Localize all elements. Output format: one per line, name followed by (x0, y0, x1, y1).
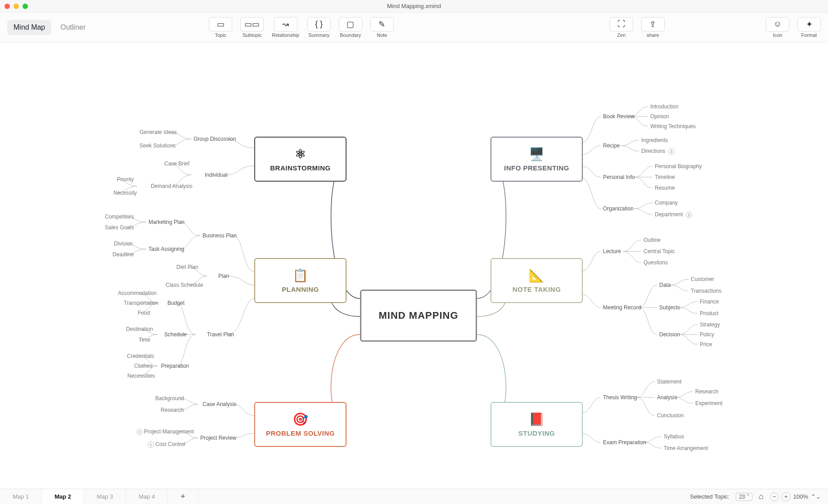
node-directions[interactable]: Directions 3 (641, 148, 676, 155)
node-introduction[interactable]: Introduction (650, 103, 679, 110)
zoom-in-button[interactable]: + (782, 492, 791, 501)
tab-mind-map[interactable]: Mind Map (7, 20, 51, 35)
node-generate-ideas[interactable]: Generate Ideas (140, 129, 177, 135)
node-opinion[interactable]: Opinion (650, 113, 669, 120)
node-finance[interactable]: Finance (700, 299, 719, 305)
node-accommodation[interactable]: Accommodation (118, 290, 157, 296)
node-travel-plan[interactable]: Travel Plan (207, 331, 234, 338)
sheet-tab-map1[interactable]: Map 1 (0, 489, 42, 504)
node-meeting-record[interactable]: Meeting Record (603, 304, 641, 311)
node-class-schedule[interactable]: Class Schedule (166, 282, 203, 288)
node-statement[interactable]: Statement (657, 379, 682, 385)
note-button[interactable]: ✎ (370, 17, 394, 31)
node-division[interactable]: Division (114, 241, 133, 247)
node-research-2[interactable]: Research (695, 388, 718, 395)
node-cost-control[interactable]: 1Cost Control (146, 441, 185, 448)
node-customer[interactable]: Customer (691, 276, 714, 282)
zoom-level[interactable]: 100% (793, 493, 808, 500)
node-price[interactable]: Price (700, 341, 712, 348)
boundary-button[interactable]: ▢ (339, 17, 362, 31)
branch-brainstorming[interactable]: ⚛ BRAINSTORMING (254, 137, 346, 182)
node-ingredients[interactable]: Ingredients (641, 137, 668, 143)
node-group-discussion[interactable]: Group Discussion (194, 136, 236, 142)
node-destination[interactable]: Destination (126, 326, 153, 332)
node-case-brief[interactable]: Case Brief (164, 161, 189, 167)
node-diet-plan[interactable]: Diet Plan (176, 264, 198, 270)
node-demand-analysis[interactable]: Demand Analysis (151, 183, 193, 189)
zen-button[interactable]: ⛶ (610, 17, 633, 31)
node-necessity[interactable]: Necessity (113, 190, 137, 196)
node-clothes[interactable]: Clothes (134, 363, 153, 369)
sheet-tab-map4[interactable]: Map 4 (126, 489, 168, 504)
node-strategy[interactable]: Strategy (700, 321, 720, 328)
node-company[interactable]: Company (655, 200, 678, 206)
node-timeline[interactable]: Timeline (655, 174, 675, 180)
mindmap-canvas[interactable]: MIND MAPPING ⚛ BRAINSTORMING 📋 PLANNING … (0, 42, 828, 489)
node-project-review[interactable]: Project Review (200, 435, 236, 441)
node-organization[interactable]: Organization (603, 205, 634, 212)
node-individual[interactable]: Individual (205, 172, 228, 178)
node-book-review[interactable]: Book Review (603, 113, 634, 120)
node-outline[interactable]: Outline (644, 237, 661, 243)
node-decision[interactable]: Decision (659, 331, 680, 338)
branch-planning[interactable]: 📋 PLANNING (254, 258, 346, 303)
node-budget[interactable]: Budget (167, 300, 184, 306)
node-conclusion[interactable]: Conclusion (657, 412, 684, 419)
share-button[interactable]: ⇪ (641, 17, 665, 31)
zoom-stepper-icon[interactable]: ⌃⌄ (811, 493, 821, 500)
sheet-tab-map2[interactable]: Map 2 (42, 489, 84, 504)
node-transactions[interactable]: Transactions (691, 288, 721, 294)
node-lecture[interactable]: Lecture (603, 248, 621, 254)
node-exam-preparation[interactable]: Exam Preparation (603, 439, 646, 446)
node-questions[interactable]: Questions (644, 259, 668, 266)
node-experiment[interactable]: Experiment (695, 400, 723, 406)
node-time[interactable]: Time (139, 337, 150, 343)
branch-studying[interactable]: 📕 STUDYING (490, 402, 583, 447)
node-food[interactable]: Food (138, 310, 150, 316)
maximize-window-button[interactable] (22, 4, 28, 9)
node-project-management[interactable]: 3Project Management (135, 428, 194, 435)
node-central-topic[interactable]: Central Topic (644, 248, 675, 254)
node-sales-goals[interactable]: Sales Goals (105, 224, 134, 231)
node-case-analysis[interactable]: Case Analysis (202, 401, 236, 407)
node-task-assigning[interactable]: Task Assigning (148, 246, 184, 252)
node-credentials[interactable]: Credentials (127, 353, 154, 359)
node-data[interactable]: Data (659, 282, 670, 288)
subtopic-button[interactable]: ▭▭ (240, 17, 264, 31)
node-subjects[interactable]: Subjects (659, 304, 680, 311)
relationship-button[interactable]: ↝ (274, 17, 297, 31)
branch-info-presenting[interactable]: 🖥️ INFO PRESENTING (490, 137, 583, 182)
node-schedule[interactable]: Schedule (164, 331, 187, 338)
add-sheet-button[interactable]: + (168, 489, 198, 504)
node-time-arrangement[interactable]: Time Arrangement (664, 445, 708, 451)
node-personal-info[interactable]: Personal Info (603, 174, 635, 180)
node-syllabus[interactable]: Syllabus (664, 433, 684, 440)
node-business-plan[interactable]: Business Plan (202, 232, 237, 239)
node-plan[interactable]: Plan (218, 273, 229, 279)
node-necessities[interactable]: Necessities (127, 373, 155, 379)
topic-button[interactable]: ▭ (209, 17, 232, 31)
node-department[interactable]: Department 2 (655, 211, 693, 218)
branch-problem-solving[interactable]: 🎯 PROBLEM SOLVING (254, 402, 346, 447)
node-priority[interactable]: Priority (117, 176, 134, 183)
minimize-window-button[interactable] (14, 4, 19, 9)
selected-topic-count[interactable]: 23 ˅ (736, 493, 752, 501)
node-analysis[interactable]: Analysis (657, 394, 677, 401)
branch-note-taking[interactable]: 📐 NOTE TAKING (490, 258, 583, 303)
node-recipe[interactable]: Recipe (603, 143, 620, 149)
close-window-button[interactable] (4, 4, 10, 9)
node-transportation[interactable]: Transportation (124, 300, 158, 306)
format-button[interactable]: ✦ (797, 17, 821, 31)
node-resume[interactable]: Resume (655, 185, 675, 191)
node-deadline[interactable]: Deadline (112, 251, 134, 258)
node-background[interactable]: Background (155, 395, 184, 401)
node-product[interactable]: Product (700, 310, 718, 317)
sheet-tab-map3[interactable]: Map 3 (84, 489, 126, 504)
node-policy[interactable]: Policy (700, 331, 714, 338)
node-seek-solutions[interactable]: Seek Solutions (140, 143, 176, 149)
node-personal-biography[interactable]: Personal Biography (655, 163, 702, 169)
tab-outliner[interactable]: Outliner (54, 20, 92, 35)
zoom-out-button[interactable]: − (770, 492, 779, 501)
node-competitors[interactable]: Competitors (105, 214, 134, 220)
summary-button[interactable]: { } (307, 17, 331, 31)
